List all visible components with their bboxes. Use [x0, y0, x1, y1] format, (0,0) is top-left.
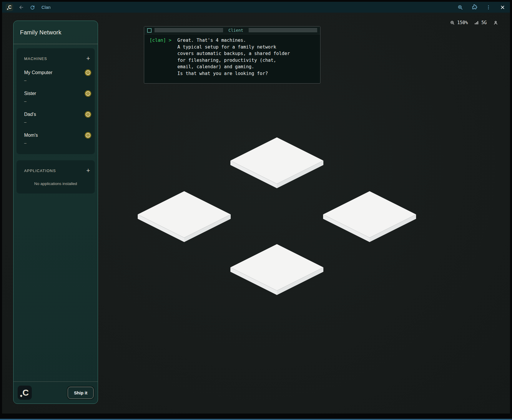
warning-status-icon	[85, 69, 91, 76]
ship-it-button[interactable]: Ship it	[68, 387, 94, 399]
machine-detail: –	[24, 120, 91, 124]
clan-logo-icon: C	[6, 4, 13, 11]
machine-name: My Computer	[24, 70, 52, 75]
warning-status-icon	[85, 90, 91, 97]
machine-tile[interactable]	[138, 191, 231, 242]
main-canvas: 150% 5G Client [clan] > Great. That's 4 …	[2, 13, 510, 414]
machines-panel: MACHINES + My Computer – Sister –	[16, 48, 95, 154]
add-application-button[interactable]: +	[85, 167, 91, 174]
close-icon	[500, 5, 505, 10]
machine-tile[interactable]	[230, 137, 323, 188]
titlebar-stripes	[154, 28, 223, 33]
machine-list-item[interactable]: My Computer –	[24, 69, 91, 83]
warning-status-icon	[85, 132, 91, 139]
clan-logo-icon: C	[18, 386, 32, 400]
status-indicator-bar: 150% 5G	[450, 20, 498, 25]
clan-logo-letter: C	[22, 388, 29, 397]
machine-list-item[interactable]: Sister –	[24, 90, 91, 104]
warning-status-icon	[85, 111, 91, 118]
clan-logo-dot	[20, 395, 22, 397]
extensions-button[interactable]	[471, 4, 478, 11]
menu-button[interactable]	[485, 4, 492, 11]
titlebar-stripes	[249, 28, 317, 33]
machine-name: Mom's	[24, 133, 38, 138]
machine-name: Dad's	[24, 112, 36, 117]
close-window-button[interactable]	[499, 4, 506, 11]
browser-chrome-bar: C Clan	[2, 2, 510, 13]
client-close-box[interactable]	[147, 28, 152, 33]
zoom-level-value: 150%	[457, 20, 468, 25]
terminal-output: [clan] > Great. That's 4 machines. A typ…	[144, 34, 320, 83]
machine-detail: –	[24, 78, 91, 83]
client-window-title: Client	[226, 28, 246, 33]
refresh-icon	[30, 5, 35, 10]
zoom-level-icon	[450, 20, 455, 25]
machines-header: MACHINES	[24, 56, 47, 61]
signal-bars-icon	[474, 20, 479, 25]
network-title: Family Network	[14, 21, 98, 44]
screen-bottom-edge	[0, 419, 512, 420]
network-type-value: 5G	[481, 20, 487, 25]
applications-header: APPLICATIONS	[24, 169, 56, 173]
zoom-in-button[interactable]	[457, 4, 463, 11]
refresh-button[interactable]	[29, 4, 36, 11]
machine-list-item[interactable]: Mom's –	[24, 132, 91, 145]
puzzle-piece-icon	[471, 4, 478, 10]
machine-tile[interactable]	[230, 244, 323, 295]
clan-logo-letter: C	[8, 5, 12, 10]
terminal-prompt: [clan] >	[149, 37, 172, 44]
machine-detail: –	[24, 141, 91, 145]
client-terminal-window: Client [clan] > Great. That's 4 machines…	[144, 26, 320, 84]
zoom-in-icon	[457, 4, 463, 10]
family-network-sidebar: Family Network MACHINES + My Computer –	[13, 21, 98, 404]
user-icon	[493, 20, 498, 25]
machine-list-item[interactable]: Dad's –	[24, 111, 91, 124]
terminal-message: Great. That's 4 machines. A typical setu…	[177, 37, 290, 77]
machine-tile[interactable]	[323, 191, 416, 242]
add-machine-button[interactable]: +	[85, 55, 91, 62]
applications-empty-text: No applications installed	[24, 181, 87, 186]
client-window-titlebar[interactable]: Client	[144, 26, 320, 34]
machine-name: Sister	[24, 91, 36, 96]
kebab-menu-icon	[486, 5, 491, 10]
page-title: Clan	[41, 5, 51, 10]
back-arrow-icon	[18, 4, 24, 10]
machine-detail: –	[24, 99, 91, 104]
applications-panel: APPLICATIONS + No applications installed	[16, 160, 95, 194]
back-button[interactable]	[18, 4, 24, 11]
sidebar-footer: C Ship it	[14, 381, 98, 404]
